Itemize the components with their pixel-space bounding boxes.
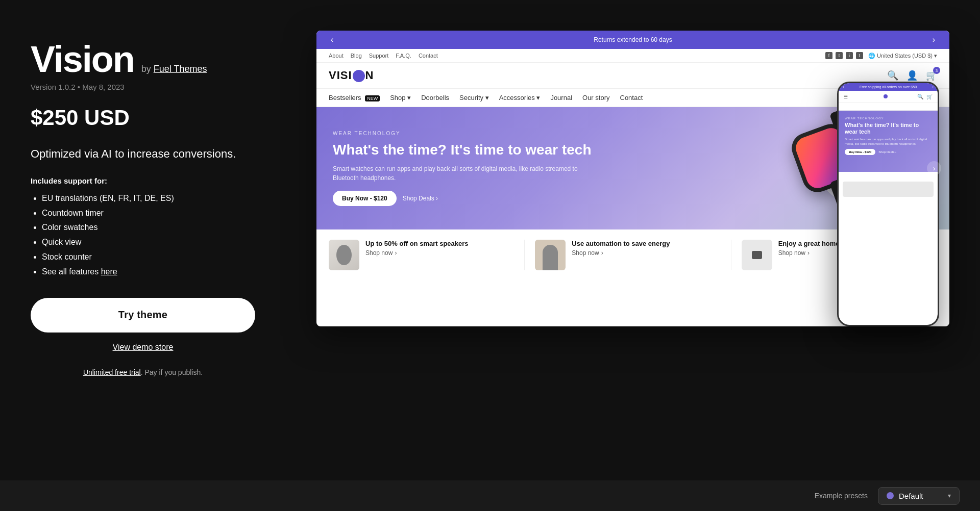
nav-security[interactable]: Security ▾ [459, 94, 489, 101]
mobile-nav-doorbells[interactable]: Doorbells [873, 105, 886, 108]
left-panel: Vision by Fuel Themes Version 1.0.2 • Ma… [31, 31, 296, 450]
mobile-search-icon[interactable]: 🔍 [917, 94, 923, 99]
chevron-down-icon: ▾ [948, 492, 951, 499]
utility-about[interactable]: About [329, 53, 344, 59]
header-icons: 🔍 👤 🛒 3 [887, 70, 937, 81]
mobile-screen: ‹ Free shipping all orders on over $50 ›… [839, 83, 938, 325]
cart-button[interactable]: 🛒 3 [926, 70, 937, 81]
product-image-2 [535, 240, 566, 270]
see-all-link[interactable]: here [101, 267, 117, 276]
utility-contact[interactable]: Contact [419, 53, 438, 59]
features-list: EU translations (EN, FR, IT, DE, ES)Coun… [31, 191, 296, 279]
includes-label: Includes support for: [31, 176, 296, 185]
product-image-3 [742, 240, 772, 270]
view-demo-link[interactable]: View demo store [31, 343, 255, 352]
mobile-nav-accessories[interactable]: Access... [905, 105, 917, 108]
mobile-nav-shop[interactable]: Shop [862, 105, 869, 108]
mobile-cart-icon[interactable]: 🛒 [926, 94, 933, 99]
mobile-nav: Bestsellers Shop Doorbells Security Acce… [839, 103, 938, 111]
utility-faq[interactable]: F.A.Q. [396, 53, 411, 59]
mobile-hero: WEAR TECHNOLOGY What's the time? It's ti… [839, 111, 938, 172]
optimized-text: Optimized via AI to increase conversions… [31, 146, 296, 162]
shop-link-1[interactable]: Shop now › [365, 249, 469, 257]
store-logo: VISIN [329, 69, 374, 82]
nav-doorbells[interactable]: Doorbells [421, 94, 449, 101]
feature-item: EU translations (EN, FR, IT, DE, ES) [42, 191, 296, 206]
feature-item: Color swatches [42, 220, 296, 235]
announcement-prev-button[interactable]: ‹ [327, 33, 337, 46]
nav-bestsellers[interactable]: Bestsellers NEW [329, 94, 380, 101]
social-icons: f t i t [825, 52, 863, 59]
free-trial-link[interactable]: Unlimited free trial [83, 368, 141, 376]
preset-selector[interactable]: Default ▾ [878, 487, 960, 505]
hero-next-button[interactable]: › [927, 161, 941, 175]
cart-count: 3 [933, 67, 940, 74]
announcement-next-button[interactable]: › [928, 33, 939, 46]
utility-support[interactable]: Support [369, 53, 389, 59]
mobile-announcement-bar: ‹ Free shipping all orders on over $50 › [839, 83, 938, 91]
product-card-1: Up to 50% off on smart speakers Shop now… [329, 240, 525, 270]
mobile-shop-deals-button[interactable]: Shop Deals › [878, 149, 896, 155]
mobile-logo: VISIN [873, 94, 892, 99]
hero-category: WEAR TECHNOLOGY [333, 131, 603, 136]
hero-buttons: Buy Now - $120 Shop Deals › [333, 191, 603, 206]
preset-name: Default [899, 492, 923, 500]
mobile-buttons: Buy Now - $120 Shop Deals › [845, 149, 932, 155]
speaker-shape [336, 245, 352, 265]
mobile-pagination: 1/3 [929, 320, 934, 323]
nav-contact[interactable]: Contact [620, 94, 643, 101]
author-link[interactable]: Fuel Themes [154, 64, 207, 74]
mobile-hero-description: Smart watches can run apps and play back… [845, 137, 932, 146]
facebook-icon: f [825, 52, 832, 59]
announcement-bar: ‹ Returns extended to 60 days › [316, 31, 949, 49]
product-title-2: Use automation to save energy [572, 240, 670, 247]
product-card-2: Use automation to save energy Shop now › [525, 240, 731, 270]
speaker-icon [329, 240, 359, 270]
product-info-1: Up to 50% off on smart speakers Shop now… [365, 240, 469, 257]
mobile-hero-category: WEAR TECHNOLOGY [845, 117, 932, 120]
see-all-features: See all features here [42, 265, 296, 279]
hero-content: WEAR TECHNOLOGY What's the time? It's ti… [333, 131, 603, 207]
price-display: $250 USD [31, 106, 296, 130]
new-badge: NEW [365, 95, 380, 101]
nav-shop[interactable]: Shop ▾ [390, 94, 411, 101]
hero-title: What's the time? It's time to wear tech [333, 141, 603, 159]
product-title-1: Up to 50% off on smart speakers [365, 240, 469, 247]
hero-description: Smart watches can run apps and play back… [333, 164, 603, 183]
nav-accessories[interactable]: Accessories ▾ [499, 94, 541, 101]
free-trial-text: Unlimited free trial. Pay if you publish… [31, 368, 255, 376]
preset-dot [887, 492, 894, 499]
search-icon[interactable]: 🔍 [887, 70, 898, 81]
right-panel: ‹ Returns extended to 60 days › About Bl… [316, 31, 949, 450]
mobile-logo-dot [884, 94, 888, 98]
example-presets-label: Example presets [815, 492, 868, 500]
try-theme-button[interactable]: Try theme [31, 298, 255, 333]
utility-links: About Blog Support F.A.Q. Contact [329, 53, 438, 59]
mobile-nav-bestsellers[interactable]: Bestsellers [843, 105, 857, 108]
shop-link-2[interactable]: Shop now › [572, 249, 670, 257]
buy-now-button[interactable]: Buy Now - $120 [333, 191, 397, 206]
mobile-buy-button[interactable]: Buy Now - $120 [845, 149, 875, 155]
title-row: Vision by Fuel Themes [31, 41, 296, 78]
person-shape [543, 245, 558, 270]
shop-deals-button[interactable]: Shop Deals › [403, 195, 438, 202]
account-icon[interactable]: 👤 [906, 70, 918, 81]
announcement-text: Returns extended to 60 days [594, 36, 672, 43]
mobile-product-title: Up to 50% off on [843, 176, 934, 180]
bottom-bar: Example presets Default ▾ [0, 480, 980, 511]
logo-dot [353, 70, 365, 82]
nav-our-story[interactable]: Our story [582, 94, 609, 101]
camera-shape [752, 251, 762, 259]
region-selector[interactable]: 🌐 United States (USD $) ▾ [868, 53, 937, 59]
utility-blog[interactable]: Blog [351, 53, 362, 59]
utility-right: f t i t 🌐 United States (USD $) ▾ [825, 52, 937, 59]
twitter-icon: t [836, 52, 843, 59]
mobile-overlay: ‹ Free shipping all orders on over $50 ›… [837, 82, 939, 326]
by-label: by Fuel Themes [141, 64, 207, 74]
mobile-nav-security[interactable]: Security [890, 105, 901, 108]
mobile-hero-title: What's the time? It's time to wear tech [845, 122, 932, 135]
feature-item: Stock counter [42, 250, 296, 265]
nav-journal[interactable]: Journal [550, 94, 572, 101]
mobile-product-image [843, 182, 934, 197]
product-info-2: Use automation to save energy Shop now › [572, 240, 670, 257]
